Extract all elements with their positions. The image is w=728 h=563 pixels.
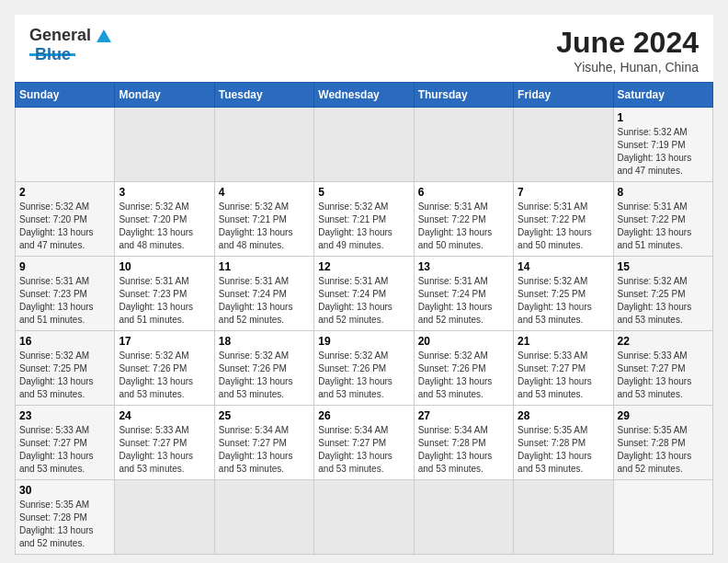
day-info: Sunrise: 5:32 AM Sunset: 7:21 PM Dayligh… [318, 201, 409, 252]
day-number: 30 [19, 484, 110, 497]
calendar-cell: 19Sunrise: 5:32 AM Sunset: 7:26 PM Dayli… [314, 331, 414, 406]
day-info: Sunrise: 5:31 AM Sunset: 7:22 PM Dayligh… [618, 201, 709, 252]
calendar-cell: 4Sunrise: 5:32 AM Sunset: 7:21 PM Daylig… [214, 182, 313, 257]
week-row-4: 16Sunrise: 5:32 AM Sunset: 7:25 PM Dayli… [16, 331, 713, 406]
day-info: Sunrise: 5:35 AM Sunset: 7:28 PM Dayligh… [19, 499, 110, 550]
day-info: Sunrise: 5:32 AM Sunset: 7:25 PM Dayligh… [19, 350, 110, 401]
week-row-2: 2Sunrise: 5:32 AM Sunset: 7:20 PM Daylig… [16, 182, 713, 257]
day-number: 18 [219, 335, 310, 348]
calendar-cell: 24Sunrise: 5:33 AM Sunset: 7:27 PM Dayli… [115, 406, 214, 480]
day-number: 6 [418, 186, 509, 199]
day-number: 2 [19, 186, 110, 199]
day-info: Sunrise: 5:31 AM Sunset: 7:24 PM Dayligh… [219, 275, 310, 327]
header: General Blue June 2024 Yisuhe, Hunan, Ch… [15, 15, 713, 82]
logo-text-blue: Blue [35, 45, 71, 64]
calendar-cell: 1Sunrise: 5:32 AM Sunset: 7:19 PM Daylig… [613, 108, 712, 182]
calendar-cell [115, 108, 214, 182]
day-info: Sunrise: 5:32 AM Sunset: 7:26 PM Dayligh… [119, 350, 210, 401]
col-sunday: Sunday [16, 83, 115, 108]
calendar-cell [314, 480, 414, 555]
calendar-cell: 22Sunrise: 5:33 AM Sunset: 7:27 PM Dayli… [613, 331, 712, 406]
calendar-cell: 18Sunrise: 5:32 AM Sunset: 7:26 PM Dayli… [214, 331, 313, 406]
calendar-cell: 17Sunrise: 5:32 AM Sunset: 7:26 PM Dayli… [115, 331, 214, 406]
day-number: 8 [618, 186, 709, 199]
calendar-cell: 20Sunrise: 5:32 AM Sunset: 7:26 PM Dayli… [414, 331, 513, 406]
day-info: Sunrise: 5:32 AM Sunset: 7:20 PM Dayligh… [19, 201, 110, 252]
day-info: Sunrise: 5:35 AM Sunset: 7:28 PM Dayligh… [518, 424, 609, 476]
week-row-1: 1Sunrise: 5:32 AM Sunset: 7:19 PM Daylig… [16, 108, 713, 182]
col-tuesday: Tuesday [214, 83, 313, 108]
calendar-cell: 12Sunrise: 5:31 AM Sunset: 7:24 PM Dayli… [314, 257, 414, 331]
calendar-cell [613, 480, 712, 555]
day-info: Sunrise: 5:32 AM Sunset: 7:26 PM Dayligh… [219, 350, 310, 401]
day-number: 16 [19, 335, 110, 348]
day-number: 24 [119, 409, 210, 422]
logo: General Blue [29, 26, 111, 64]
calendar-page: General Blue June 2024 Yisuhe, Hunan, Ch… [15, 15, 713, 555]
logo-text-general: General [29, 26, 91, 45]
day-number: 28 [518, 409, 609, 422]
calendar-cell [214, 108, 313, 182]
day-info: Sunrise: 5:31 AM Sunset: 7:23 PM Dayligh… [19, 275, 110, 327]
header-row: Sunday Monday Tuesday Wednesday Thursday… [16, 83, 713, 108]
calendar-cell: 30Sunrise: 5:35 AM Sunset: 7:28 PM Dayli… [16, 480, 115, 555]
day-info: Sunrise: 5:31 AM Sunset: 7:24 PM Dayligh… [318, 275, 409, 327]
calendar-cell: 9Sunrise: 5:31 AM Sunset: 7:23 PM Daylig… [16, 257, 115, 331]
calendar-cell: 2Sunrise: 5:32 AM Sunset: 7:20 PM Daylig… [16, 182, 115, 257]
day-info: Sunrise: 5:31 AM Sunset: 7:23 PM Dayligh… [119, 275, 210, 327]
day-info: Sunrise: 5:35 AM Sunset: 7:28 PM Dayligh… [618, 424, 709, 476]
calendar-cell [414, 108, 513, 182]
calendar-cell: 29Sunrise: 5:35 AM Sunset: 7:28 PM Dayli… [613, 406, 712, 480]
day-number: 27 [418, 409, 509, 422]
calendar-cell: 5Sunrise: 5:32 AM Sunset: 7:21 PM Daylig… [314, 182, 414, 257]
week-row-3: 9Sunrise: 5:31 AM Sunset: 7:23 PM Daylig… [16, 257, 713, 331]
calendar-cell: 21Sunrise: 5:33 AM Sunset: 7:27 PM Dayli… [514, 331, 613, 406]
day-info: Sunrise: 5:33 AM Sunset: 7:27 PM Dayligh… [19, 424, 110, 476]
location: Yisuhe, Hunan, China [556, 60, 699, 75]
calendar-cell: 14Sunrise: 5:32 AM Sunset: 7:25 PM Dayli… [514, 257, 613, 331]
day-number: 1 [618, 111, 709, 124]
col-friday: Friday [514, 83, 613, 108]
day-number: 25 [219, 409, 310, 422]
calendar-cell [16, 108, 115, 182]
week-row-5: 23Sunrise: 5:33 AM Sunset: 7:27 PM Dayli… [16, 406, 713, 480]
calendar-cell [314, 108, 414, 182]
day-info: Sunrise: 5:34 AM Sunset: 7:27 PM Dayligh… [219, 424, 310, 476]
day-number: 22 [618, 335, 709, 348]
day-info: Sunrise: 5:33 AM Sunset: 7:27 PM Dayligh… [518, 350, 609, 401]
day-info: Sunrise: 5:33 AM Sunset: 7:27 PM Dayligh… [618, 350, 709, 401]
calendar-cell [514, 480, 613, 555]
day-info: Sunrise: 5:34 AM Sunset: 7:28 PM Dayligh… [418, 424, 509, 476]
day-number: 20 [418, 335, 509, 348]
calendar-cell: 10Sunrise: 5:31 AM Sunset: 7:23 PM Dayli… [115, 257, 214, 331]
day-info: Sunrise: 5:32 AM Sunset: 7:26 PM Dayligh… [318, 350, 409, 401]
day-number: 11 [219, 260, 310, 273]
day-info: Sunrise: 5:31 AM Sunset: 7:24 PM Dayligh… [418, 275, 509, 327]
day-number: 19 [318, 335, 409, 348]
day-number: 5 [318, 186, 409, 199]
calendar-cell: 25Sunrise: 5:34 AM Sunset: 7:27 PM Dayli… [214, 406, 313, 480]
day-number: 23 [19, 409, 110, 422]
calendar-cell: 7Sunrise: 5:31 AM Sunset: 7:22 PM Daylig… [514, 182, 613, 257]
day-number: 12 [318, 260, 409, 273]
day-number: 7 [518, 186, 609, 199]
month-title: June 2024 [556, 26, 699, 60]
day-number: 13 [418, 260, 509, 273]
calendar-cell: 3Sunrise: 5:32 AM Sunset: 7:20 PM Daylig… [115, 182, 214, 257]
title-area: June 2024 Yisuhe, Hunan, China [556, 26, 699, 75]
day-number: 21 [518, 335, 609, 348]
day-number: 14 [518, 260, 609, 273]
day-number: 10 [119, 260, 210, 273]
calendar-cell: 8Sunrise: 5:31 AM Sunset: 7:22 PM Daylig… [613, 182, 712, 257]
day-info: Sunrise: 5:32 AM Sunset: 7:19 PM Dayligh… [618, 126, 709, 178]
col-wednesday: Wednesday [314, 83, 414, 108]
calendar-cell: 13Sunrise: 5:31 AM Sunset: 7:24 PM Dayli… [414, 257, 513, 331]
calendar-cell: 15Sunrise: 5:32 AM Sunset: 7:25 PM Dayli… [613, 257, 712, 331]
calendar-cell: 27Sunrise: 5:34 AM Sunset: 7:28 PM Dayli… [414, 406, 513, 480]
day-info: Sunrise: 5:33 AM Sunset: 7:27 PM Dayligh… [119, 424, 210, 476]
calendar-cell: 28Sunrise: 5:35 AM Sunset: 7:28 PM Dayli… [514, 406, 613, 480]
week-row-6: 30Sunrise: 5:35 AM Sunset: 7:28 PM Dayli… [16, 480, 713, 555]
day-info: Sunrise: 5:31 AM Sunset: 7:22 PM Dayligh… [418, 201, 509, 252]
calendar-cell [514, 108, 613, 182]
day-number: 3 [119, 186, 210, 199]
